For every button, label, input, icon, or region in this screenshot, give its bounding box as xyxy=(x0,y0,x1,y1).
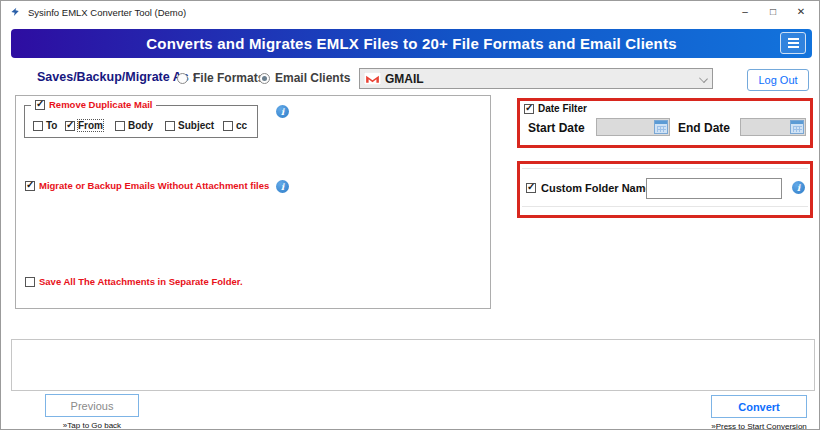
checkbox-icon xyxy=(524,104,534,114)
checkbox-icon xyxy=(35,100,45,110)
frame-divider xyxy=(522,168,808,169)
dup-field-body-label: Body xyxy=(128,120,153,131)
status-log-box xyxy=(11,339,815,391)
dup-field-subject-checkbox[interactable]: Subject xyxy=(165,120,214,131)
dup-field-to-label: To xyxy=(46,120,57,131)
migrate-without-attachment-label: Migrate or Backup Emails Without Attachm… xyxy=(39,180,269,191)
dup-field-body-checkbox[interactable]: Body xyxy=(115,120,153,131)
radio-file-formats-label: File Formats xyxy=(193,71,264,85)
window-title: Sysinfo EMLX Converter Tool (Demo) xyxy=(28,7,186,18)
chevron-down-icon xyxy=(699,74,708,83)
dup-field-cc-checkbox[interactable]: cc xyxy=(223,120,247,131)
custom-folder-label: Custom Folder Name xyxy=(541,182,652,194)
calendar-icon[interactable] xyxy=(654,120,668,134)
email-client-value: GMAIL xyxy=(385,72,424,86)
calendar-icon[interactable] xyxy=(790,120,804,134)
window-controls: – □ ✕ xyxy=(731,1,815,21)
dup-field-from-label: From xyxy=(78,120,103,131)
maximize-icon[interactable]: □ xyxy=(759,1,787,21)
checkbox-icon xyxy=(223,121,233,131)
start-date-field[interactable] xyxy=(596,118,670,136)
info-icon[interactable]: i xyxy=(276,180,289,193)
gmail-icon xyxy=(364,72,381,85)
checkbox-icon xyxy=(115,121,125,131)
checkbox-icon xyxy=(165,121,175,131)
checkbox-icon xyxy=(25,181,35,191)
convert-button-group: Convert »Press to Start Conversion xyxy=(711,395,807,430)
previous-hint: »Tap to Go back xyxy=(63,421,121,430)
app-window: Sysinfo EMLX Converter Tool (Demo) – □ ✕… xyxy=(0,0,820,430)
info-icon[interactable]: i xyxy=(276,105,289,118)
remove-duplicate-checkbox[interactable]: Remove Duplicate Mail xyxy=(31,99,156,110)
dup-field-subject-label: Subject xyxy=(178,120,214,131)
logout-button[interactable]: Log Out xyxy=(747,69,809,91)
info-icon[interactable]: i xyxy=(792,181,805,194)
radio-email-clients-label: Email Clients xyxy=(275,71,350,85)
email-client-dropdown[interactable]: GMAIL xyxy=(359,68,713,89)
remove-duplicate-group: Remove Duplicate Mail To From Body Subje… xyxy=(24,105,258,138)
frame-divider xyxy=(522,206,808,207)
options-panel: Remove Duplicate Mail To From Body Subje… xyxy=(15,95,491,309)
custom-folder-checkbox[interactable]: Custom Folder Name xyxy=(526,182,652,194)
save-attachments-checkbox[interactable]: Save All The Attachments in Separate Fol… xyxy=(25,276,243,287)
date-filter-label: Date Filter xyxy=(538,103,587,114)
title-bar: Sysinfo EMLX Converter Tool (Demo) – □ ✕ xyxy=(1,1,819,23)
save-attachments-label: Save All The Attachments in Separate Fol… xyxy=(39,276,243,287)
minimize-icon[interactable]: – xyxy=(731,1,759,21)
checkbox-icon xyxy=(65,121,75,131)
radio-icon xyxy=(259,73,270,84)
previous-button-group: Previous »Tap to Go back xyxy=(45,394,139,430)
convert-hint: »Press to Start Conversion xyxy=(711,422,807,430)
hamburger-icon xyxy=(788,38,799,40)
checkbox-icon xyxy=(25,277,35,287)
checkbox-icon xyxy=(526,183,536,193)
radio-icon xyxy=(177,73,188,84)
remove-duplicate-label: Remove Duplicate Mail xyxy=(49,99,152,110)
end-date-field[interactable] xyxy=(740,118,806,136)
end-date-label: End Date xyxy=(678,121,730,135)
date-filter-section: Date Filter Start Date End Date xyxy=(517,98,813,148)
dup-field-to-checkbox[interactable]: To xyxy=(33,120,57,131)
custom-folder-input[interactable] xyxy=(646,178,782,199)
radio-email-clients[interactable]: Email Clients xyxy=(259,71,350,85)
date-filter-checkbox[interactable]: Date Filter xyxy=(524,103,587,114)
checkbox-icon xyxy=(33,121,43,131)
close-icon[interactable]: ✕ xyxy=(787,1,815,21)
start-date-label: Start Date xyxy=(528,121,585,135)
dup-field-cc-label: cc xyxy=(236,120,247,131)
banner-title: Converts and Migrates EMLX Files to 20+ … xyxy=(146,35,676,52)
menu-button[interactable] xyxy=(780,32,806,54)
convert-button[interactable]: Convert xyxy=(711,395,807,418)
saves-backup-migrate-label: Saves/Backup/Migrate As : xyxy=(37,70,196,84)
custom-folder-section: Custom Folder Name i xyxy=(517,161,813,218)
migrate-without-attachment-checkbox[interactable]: Migrate or Backup Emails Without Attachm… xyxy=(25,180,269,191)
app-icon xyxy=(9,6,22,19)
previous-button[interactable]: Previous xyxy=(45,394,139,417)
dup-field-from-checkbox[interactable]: From xyxy=(65,120,103,131)
radio-file-formats[interactable]: File Formats xyxy=(177,71,264,85)
header-banner: Converts and Migrates EMLX Files to 20+ … xyxy=(11,29,812,58)
